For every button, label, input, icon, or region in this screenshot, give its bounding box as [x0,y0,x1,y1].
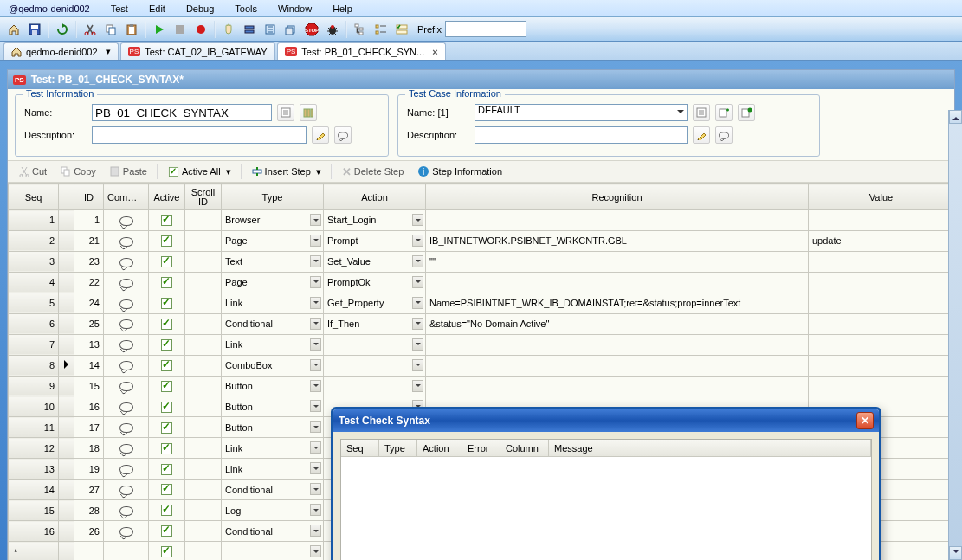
row-indicator[interactable] [59,355,74,376]
type-cell[interactable]: Conditional [222,313,324,334]
copy-button[interactable] [101,20,120,39]
record-button[interactable] [191,20,210,39]
chevron-down-icon[interactable] [310,235,321,247]
chevron-down-icon[interactable] [412,297,423,309]
close-icon[interactable]: ✕ [856,412,874,429]
recognition-cell[interactable]: Name=PSIBINTNET_WRK_IB_DOMAINSTAT;ret=&s… [426,293,809,313]
scroll-id-cell[interactable] [185,376,222,396]
recognition-cell[interactable]: &status="No Domain Active" [426,313,809,334]
value-cell[interactable] [809,376,954,396]
table-row[interactable]: 915Button [9,376,954,396]
table-row[interactable]: 625ConditionalIf_Then&status="No Domain … [9,313,954,334]
type-cell[interactable]: Browser [222,210,324,231]
col-column[interactable]: Column [500,440,549,457]
row-indicator[interactable] [59,334,74,355]
row-indicator[interactable] [59,459,74,480]
comment-cell[interactable] [104,251,149,272]
vertical-scrollbar[interactable] [948,110,962,560]
type-cell[interactable]: Page [222,230,324,251]
recognition-cell[interactable] [426,210,809,231]
refresh-button[interactable] [53,20,72,39]
active-cell[interactable] [149,521,185,542]
type-cell[interactable]: Conditional [222,480,324,500]
row-indicator[interactable] [59,313,74,334]
menu-help[interactable]: Help [322,2,363,16]
chevron-down-icon[interactable] [310,483,321,495]
comment-cell[interactable] [104,376,149,396]
case-comment-button[interactable] [715,126,733,144]
seq-cell[interactable]: 4 [9,272,59,293]
row-indicator[interactable] [59,396,74,417]
id-cell[interactable]: 17 [74,417,104,438]
seq-cell[interactable]: 6 [9,313,59,334]
seq-cell[interactable]: 11 [9,417,59,438]
prefix-input[interactable] [445,21,526,37]
chevron-down-icon[interactable] [310,400,321,412]
chevron-down-icon[interactable] [310,525,321,537]
scroll-id-cell[interactable] [185,251,222,272]
seq-cell[interactable]: 14 [9,480,59,500]
seq-cell[interactable]: 2 [9,230,59,251]
comment-cell[interactable] [104,500,149,521]
seq-cell[interactable]: 1 [9,210,59,231]
type-cell[interactable]: Conditional [222,521,324,542]
comment-button[interactable] [334,126,352,144]
seq-cell[interactable]: 13 [9,459,59,480]
id-cell[interactable]: 13 [74,334,104,355]
chevron-down-icon[interactable] [310,462,321,474]
col-recognition[interactable]: Recognition [426,184,809,210]
properties-button[interactable] [277,104,294,121]
scroll-id-cell[interactable] [185,334,222,355]
row-indicator[interactable] [59,230,74,251]
chevron-down-icon[interactable] [412,338,423,351]
table-row[interactable]: 11BrowserStart_Login [9,210,954,231]
active-cell[interactable] [149,417,185,438]
value-cell[interactable] [809,293,954,313]
comment-cell[interactable] [104,334,149,355]
col-message[interactable]: Message [549,440,871,457]
value-cell[interactable]: update [809,230,954,251]
id-cell[interactable]: 18 [74,438,104,459]
value-cell[interactable] [809,210,954,231]
recognition-cell[interactable] [426,376,809,396]
active-cell[interactable] [149,210,185,231]
toggle-breakpoint-button[interactable] [240,20,259,39]
value-cell[interactable] [809,334,954,355]
row-indicator[interactable] [59,293,74,313]
col-action[interactable]: Action [324,184,426,210]
scroll-id-cell[interactable] [185,459,222,480]
edit-case-desc-button[interactable] [693,126,710,144]
scroll-id-cell[interactable] [185,230,222,251]
library-button[interactable] [300,104,317,121]
col-value[interactable]: Value [809,184,954,210]
type-cell[interactable]: Link [222,293,324,313]
chevron-down-icon[interactable] [412,276,423,288]
active-cell[interactable] [149,355,185,376]
scroll-up-icon[interactable] [949,110,962,124]
comment-cell[interactable] [104,230,149,251]
value-cell[interactable] [809,313,954,334]
active-cell[interactable] [149,293,185,313]
chevron-down-icon[interactable] [310,318,321,330]
scroll-down-icon[interactable] [949,546,962,560]
id-cell[interactable]: 21 [74,230,104,251]
seq-cell[interactable]: 7 [9,334,59,355]
seq-cell[interactable]: 15 [9,500,59,521]
col-seq[interactable]: Seq [9,184,59,210]
chevron-down-icon[interactable] [310,297,321,309]
active-cell[interactable] [149,272,185,293]
col-scroll-id[interactable]: ScrollID [185,184,222,210]
scroll-id-cell[interactable] [185,355,222,376]
scroll-id-cell[interactable] [185,438,222,459]
active-cell[interactable] [149,480,185,500]
type-cell[interactable]: Text [222,251,324,272]
table-row[interactable]: 323TextSet_Value"" [9,251,954,272]
id-cell[interactable]: 19 [74,459,104,480]
active-cell[interactable] [149,500,185,521]
col-error[interactable]: Error [462,440,500,457]
edit-desc-button[interactable] [312,126,329,144]
comment-cell[interactable] [104,417,149,438]
value-cell[interactable] [809,355,954,376]
table-row[interactable]: 713Link [9,334,954,355]
row-indicator[interactable] [59,251,74,272]
